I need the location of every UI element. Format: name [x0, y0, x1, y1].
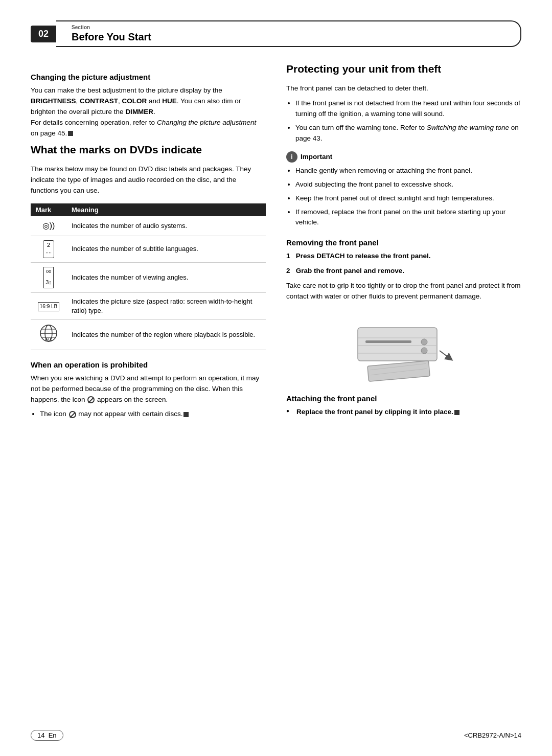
section-title-text: Before You Start [72, 31, 151, 42]
angle-mark-icon: ⁰⁰3↑ [43, 267, 54, 288]
ratio-mark-icon: 16:9 LB [38, 302, 59, 311]
list-item: Keep the front panel out of direct sunli… [295, 193, 521, 204]
right-column: Protecting your unit from theft The fron… [286, 62, 521, 424]
section-header: 02 Section Before You Start [31, 20, 521, 47]
region-mark-icon: ALL [39, 324, 58, 342]
table-row: ◎)) Indicates the number of audio system… [31, 216, 266, 236]
list-item: If removed, replace the front panel on t… [295, 207, 521, 228]
list-item: If the front panel is not detached from … [295, 98, 521, 120]
svg-rect-13 [367, 361, 430, 381]
list-item: Handle gently when removing or attaching… [295, 166, 521, 176]
no-symbol-icon-2 [69, 411, 76, 418]
meaning-cell: Indicates the number of subtitle languag… [66, 236, 266, 262]
stop-symbol [454, 410, 459, 415]
subtitle-mark-icon: 2···· [43, 240, 54, 258]
step-1: 1 Press DETACH to release the front pane… [286, 251, 521, 262]
important-icon: i [286, 151, 297, 163]
svg-text:ALL: ALL [45, 337, 52, 341]
page-number: 14 En [31, 730, 63, 741]
meaning-cell: Indicates the number of the region where… [66, 320, 266, 350]
no-symbol-icon [87, 396, 95, 403]
dvd-marks-heading: What the marks on DVDs indicate [31, 143, 266, 156]
table-row: 16:9 LB Indicates the picture size (aspe… [31, 293, 266, 320]
page-container: 02 Section Before You Start Changing the… [0, 0, 552, 756]
meaning-cell: Indicates the number of viewing angles. [66, 262, 266, 292]
list-item: Avoid subjecting the front panel to exce… [295, 179, 521, 190]
meaning-cell: Indicates the number of audio systems. [66, 216, 266, 236]
table-row: 2···· Indicates the number of subtitle l… [31, 236, 266, 262]
page-footer: 14 En <CRB2972-A/N>14 [31, 730, 521, 741]
attaching-heading: Attaching the front panel [286, 394, 521, 403]
col-mark-header: Mark [31, 203, 66, 216]
operation-prohibited-list: The icon may not appear with certain dis… [40, 409, 266, 420]
section-number: 02 [31, 26, 56, 42]
svg-point-11 [421, 339, 427, 345]
changing-picture-body: You can make the best adjustment to the … [31, 85, 266, 139]
protecting-body: The front panel can be detached to deter… [286, 83, 521, 94]
italic-ref: Switching the warning tone [427, 124, 509, 131]
table-row: ALL Indicates the number of the region w… [31, 320, 266, 350]
operation-prohibited-body: When you are watching a DVD and attempt … [31, 373, 266, 405]
list-item: Replace the front panel by clipping it i… [286, 407, 521, 418]
protecting-heading: Protecting your unit from theft [286, 62, 521, 75]
list-item: You can turn off the warning tone. Refer… [295, 123, 521, 144]
main-content: Changing the picture adjustment You can … [31, 62, 521, 424]
svg-rect-10 [365, 340, 411, 343]
important-list: Handle gently when removing or attaching… [295, 166, 521, 228]
important-box: i Important Handle gently when removing … [286, 151, 521, 228]
svg-point-12 [421, 348, 427, 354]
protecting-list: If the front panel is not detached from … [295, 98, 521, 144]
audio-mark-icon: ◎)) [42, 221, 55, 230]
col-meaning-header: Meaning [66, 203, 266, 216]
attaching-list: Replace the front panel by clipping it i… [286, 407, 521, 418]
operation-prohibited-heading: When an operation is prohibited [31, 360, 266, 369]
changing-picture-heading: Changing the picture adjustment [31, 73, 266, 81]
list-item: The icon may not appear with certain dis… [40, 409, 266, 420]
attaching-bullet-text: Replace the front panel by clipping it i… [296, 408, 453, 416]
section-label: Section [72, 25, 505, 30]
marks-table: Mark Meaning ◎)) Indicates the number of… [31, 203, 266, 350]
left-column: Changing the picture adjustment You can … [31, 62, 266, 424]
step-2-body: Take care not to grip it too tightly or … [286, 281, 521, 302]
device-image [353, 312, 455, 384]
step-2: 2 Grab the front panel and remove. [286, 266, 521, 277]
table-row: ⁰⁰3↑ Indicates the number of viewing ang… [31, 262, 266, 292]
section-title: Section Before You Start [56, 20, 521, 47]
removing-heading: Removing the front panel [286, 238, 521, 247]
important-header: i Important [286, 151, 521, 163]
meaning-cell: Indicates the picture size (aspect ratio… [66, 293, 266, 320]
mark-cell: 16:9 LB [31, 293, 66, 320]
important-label: Important [301, 153, 332, 161]
mark-cell: ALL [31, 320, 66, 350]
mark-cell: ◎)) [31, 216, 66, 236]
mark-cell: ⁰⁰3↑ [31, 262, 66, 292]
mark-cell: 2···· [31, 236, 66, 262]
model-number: <CRB2972-A/N>14 [464, 731, 521, 739]
stop-symbol [183, 412, 189, 417]
dvd-marks-body: The marks below may be found on DVD disc… [31, 164, 266, 196]
